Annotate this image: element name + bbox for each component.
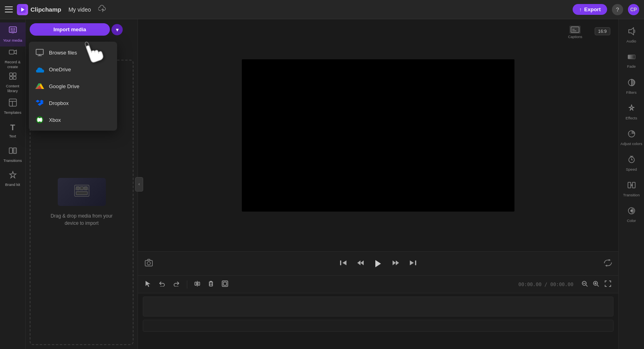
audio-icon	[628, 27, 635, 37]
color-icon	[628, 207, 636, 217]
svg-rect-36	[571, 27, 579, 32]
onedrive-icon	[35, 65, 44, 74]
skip-forward-button[interactable]	[408, 258, 418, 270]
svg-marker-50	[146, 281, 150, 287]
svg-rect-7	[12, 33, 14, 34]
video-canvas	[242, 59, 514, 212]
effects-label: Effects	[626, 116, 637, 120]
import-dropdown-toggle[interactable]: ▾	[111, 24, 123, 35]
aspect-ratio-badge[interactable]: 16:9	[595, 27, 610, 35]
right-sidebar-adjust-colors[interactable]: Adjust colors	[619, 125, 644, 151]
thumbnail-inner	[58, 178, 106, 206]
timeline-area[interactable]	[138, 293, 618, 349]
dropdown-item-xbox[interactable]: Xbox	[29, 111, 117, 128]
zoom-out-button[interactable]	[580, 280, 589, 289]
svg-rect-53	[198, 282, 200, 285]
center-area: Captions 16:9	[138, 19, 618, 349]
brand-kit-label: Brand kit	[5, 182, 20, 187]
captions-icon	[569, 26, 581, 34]
loop-button[interactable]	[604, 259, 612, 268]
sidebar-item-content-library[interactable]: Content library	[0, 71, 26, 95]
redo-button[interactable]	[171, 279, 182, 289]
help-button[interactable]: ?	[612, 4, 623, 15]
record-icon	[9, 48, 17, 58]
dropdown-item-dropbox[interactable]: Dropbox	[29, 95, 117, 111]
captions-button[interactable]: Captions	[568, 26, 582, 39]
svg-rect-16	[9, 148, 12, 153]
timeline-time-display: 00:00.00 / 00:00.00	[518, 282, 573, 287]
playback-bar	[138, 251, 618, 275]
svg-rect-12	[13, 77, 16, 79]
svg-rect-49	[415, 260, 416, 265]
dropdown-item-browse-files[interactable]: Browse files	[29, 44, 117, 61]
right-sidebar-fade[interactable]: Fade	[619, 48, 644, 74]
your-media-icon	[9, 26, 17, 36]
svg-rect-42	[340, 260, 341, 265]
media-placeholder-thumbnail	[58, 178, 106, 206]
svg-marker-47	[393, 260, 396, 265]
right-sidebar-color[interactable]: Color	[619, 202, 644, 228]
text-label: Text	[9, 134, 16, 138]
audio-label: Audio	[626, 39, 636, 43]
dropbox-label: Dropbox	[49, 100, 69, 106]
import-row: Import media ▾	[30, 23, 134, 36]
fast-forward-button[interactable]	[391, 258, 401, 270]
user-avatar[interactable]: CP	[628, 4, 639, 15]
sidebar-item-brand-kit[interactable]: Brand kit	[0, 167, 26, 191]
svg-rect-34	[76, 192, 87, 195]
transitions-icon	[9, 147, 17, 157]
skip-back-button[interactable]	[338, 258, 348, 270]
dropdown-item-onedrive[interactable]: OneDrive	[29, 61, 117, 78]
right-sidebar-transition[interactable]: Transition	[619, 176, 644, 202]
delete-button[interactable]	[206, 279, 216, 290]
zoom-in-button[interactable]	[591, 280, 601, 289]
export-icon: ↑	[579, 6, 582, 12]
sidebar-item-templates[interactable]: Templates	[0, 95, 26, 119]
toolbar-separator-1	[187, 280, 187, 288]
video-title-input[interactable]: My video	[65, 5, 94, 14]
svg-rect-19	[36, 49, 43, 54]
right-sidebar-speed[interactable]: Speed	[619, 151, 644, 176]
adjust-colors-label: Adjust colors	[620, 141, 642, 146]
dropbox-icon	[35, 99, 44, 107]
undo-button[interactable]	[156, 279, 168, 289]
rewind-button[interactable]	[355, 258, 365, 270]
cloud-save-icon[interactable]	[98, 5, 107, 14]
timeline-toolbar: 00:00.00 / 00:00.00	[138, 275, 618, 293]
svg-marker-45	[375, 260, 381, 267]
browse-files-icon	[35, 48, 44, 57]
import-media-button[interactable]: Import media	[30, 23, 110, 36]
left-sidebar: Your media Record & create Content lib	[0, 19, 26, 349]
export-button[interactable]: ↑ Export	[573, 4, 607, 15]
svg-rect-39	[145, 260, 152, 266]
svg-rect-13	[9, 99, 16, 106]
svg-rect-33	[84, 187, 87, 190]
pointer-tool-button[interactable]	[143, 279, 153, 290]
sidebar-item-transitions[interactable]: Transitions	[0, 143, 26, 167]
logo-area: Clipchamp	[17, 4, 61, 15]
fit-to-frame-button[interactable]	[219, 279, 231, 290]
right-sidebar-audio[interactable]: Audio	[619, 22, 644, 48]
svg-rect-5	[13, 28, 15, 30]
fit-timeline-button[interactable]	[602, 280, 614, 289]
transitions-label: Transitions	[3, 158, 22, 163]
right-sidebar-effects[interactable]: Effects	[619, 99, 644, 125]
record-label: Record & create	[5, 60, 21, 69]
hamburger-icon[interactable]	[5, 6, 13, 14]
play-button[interactable]	[372, 257, 385, 270]
panel-collapse-button[interactable]: ‹	[135, 177, 143, 192]
split-button[interactable]	[192, 279, 203, 290]
templates-label: Templates	[4, 110, 21, 115]
sidebar-item-text[interactable]: T Text	[0, 119, 26, 143]
svg-point-77	[630, 210, 633, 212]
svg-marker-44	[360, 260, 364, 265]
svg-rect-57	[222, 281, 228, 286]
sidebar-item-record-create[interactable]: Record & create	[0, 46, 26, 71]
your-media-label: Your media	[3, 38, 22, 42]
right-sidebar-filters[interactable]: Filters	[619, 74, 644, 99]
dropdown-item-google-drive[interactable]: Google Drive	[29, 78, 117, 95]
brand-kit-icon	[9, 171, 17, 181]
adjust-colors-icon	[628, 130, 636, 140]
sidebar-item-your-media[interactable]: Your media	[0, 22, 26, 46]
screenshot-button[interactable]	[144, 259, 153, 268]
